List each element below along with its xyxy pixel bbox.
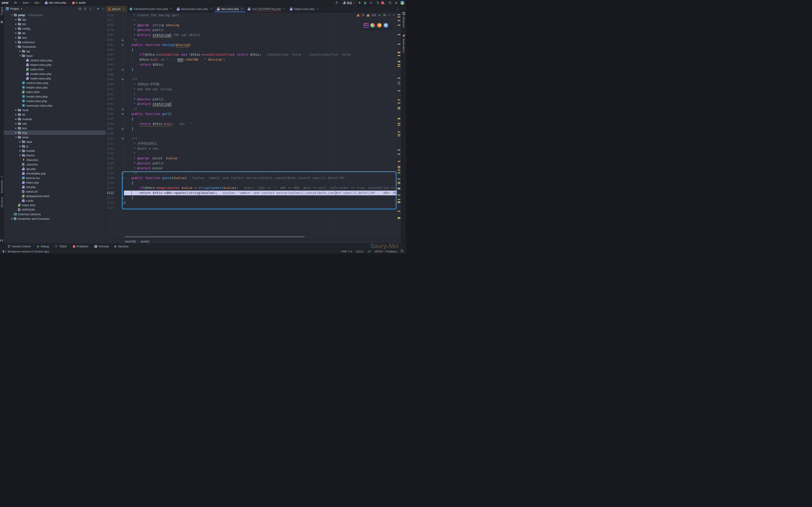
error-stripe-mark[interactable] xyxy=(398,20,400,21)
error-stripe-mark[interactable] xyxy=(398,55,400,56)
tree-item[interactable]: init.php xyxy=(4,185,106,189)
status-message[interactable]: Breakpoint reached (2 minutes ago) xyxy=(8,250,49,253)
code-line[interactable]: /** xyxy=(124,136,397,141)
gutter-line-number[interactable]: 2098 xyxy=(106,121,114,126)
editor-breadcrumb-item[interactable]: quote() xyxy=(141,240,149,243)
error-stripe-mark[interactable] xyxy=(398,170,400,170)
error-stripe-mark[interactable] xyxy=(398,103,400,103)
error-stripe-mark[interactable] xyxy=(398,90,400,91)
tree-item[interactable]: index.html xyxy=(4,90,106,94)
gutter-line-number[interactable]: 2099 xyxy=(106,126,114,131)
error-count[interactable]: 20 xyxy=(362,13,365,17)
prev-problem-chevron-icon[interactable]: ∧ xyxy=(388,14,390,16)
code-line[interactable]: * @param mixed $value xyxy=(124,156,397,161)
gutter-line-number[interactable]: 2104 xyxy=(106,151,114,156)
gutter-line-number[interactable]: 2085 xyxy=(106,57,114,62)
tree-item[interactable]: ▶theme xyxy=(4,153,106,158)
fold-marker-icon[interactable] xyxy=(122,177,124,179)
error-stripe-mark[interactable] xyxy=(398,182,400,183)
code-line[interactable]: { xyxy=(124,48,397,53)
tree-item[interactable]: index.html xyxy=(4,67,106,71)
code-line[interactable]: * @return mixed xyxy=(124,166,397,171)
code-line[interactable]: public function quote($value)$value: "ad… xyxy=(124,176,397,181)
breadcrumb-item[interactable]: dao.class.php xyxy=(45,1,66,4)
user-account-icon[interactable] xyxy=(335,1,339,5)
error-stripe-mark[interactable] xyxy=(398,125,400,126)
code-line[interactable]: public function having($having) xyxy=(124,43,397,48)
fold-marker-icon[interactable] xyxy=(122,44,124,46)
settings-gear-icon[interactable]: ⚙ xyxy=(394,1,398,5)
gutter-line-number[interactable]: 2096 xyxy=(106,112,114,117)
tree-chevron-icon[interactable]: ▶ xyxy=(14,131,18,134)
code-line[interactable]: * Quote a var. xyxy=(124,146,397,151)
tree-item[interactable]: External Libraries xyxy=(4,212,106,216)
gutter-line-number[interactable]: 2101 xyxy=(106,136,114,141)
error-stripe-mark[interactable] xyxy=(398,118,400,119)
error-stripe-mark[interactable] xyxy=(398,195,400,196)
collapse-all-icon[interactable] xyxy=(89,7,92,10)
breadcrumb-item[interactable]: peiqi xyxy=(2,1,8,4)
tree-item[interactable]: Ccontrol.class.php xyxy=(4,80,106,85)
phpstorm-icon[interactable] xyxy=(364,23,368,27)
tree-chevron-icon[interactable]: ▶ xyxy=(18,50,22,52)
tool-stripe-notifications[interactable]: Notifications xyxy=(402,39,405,53)
toolwindow-button-problems[interactable]: !Problems xyxy=(73,245,88,248)
code-line[interactable]: } xyxy=(124,67,397,72)
tree-item[interactable]: ▶db xyxy=(4,31,106,35)
pause-icon[interactable]: ❚❚ xyxy=(0,239,4,241)
ok-count[interactable]: 35 xyxy=(383,13,386,17)
tree-item[interactable]: control.class.php xyxy=(4,58,106,62)
status-caret-position[interactable]: 2112:1 xyxy=(356,250,364,253)
status-encoding[interactable]: UTF-8 xyxy=(375,250,382,253)
avatar[interactable] xyxy=(400,1,404,5)
gutter-line-number[interactable]: 2081 xyxy=(106,38,114,43)
tree-item[interactable]: ▶data xyxy=(4,139,106,144)
error-stripe-mark[interactable] xyxy=(398,131,400,132)
tree-chevron-icon[interactable]: ▶ xyxy=(14,41,18,43)
editor-tab[interactable]: php.ini✕ xyxy=(106,6,127,12)
tree-item[interactable]: ▶mobile xyxy=(4,149,106,153)
gutter-line-number[interactable]: 2112 xyxy=(106,190,114,195)
error-stripe-mark[interactable] xyxy=(398,199,400,200)
error-stripe-mark[interactable] xyxy=(398,188,400,188)
tree-item[interactable]: ▶api xyxy=(4,49,106,53)
project-tool-icon[interactable] xyxy=(1,21,3,23)
tree-item[interactable]: ▼base xyxy=(4,53,106,58)
tree-chevron-icon[interactable]: ▶ xyxy=(18,145,22,147)
code-line[interactable]: * @access public xyxy=(124,27,397,33)
tree-item[interactable]: tip4japanese.html xyxy=(4,194,106,198)
tree-item[interactable]: ▶sdk xyxy=(4,121,106,126)
gutter-line-number[interactable]: 2087 xyxy=(106,67,114,72)
tree-item[interactable]: .ztaccess xyxy=(4,162,106,167)
tree-item[interactable]: ▶extension xyxy=(4,40,106,44)
tree-item[interactable]: helper.class.php xyxy=(4,62,106,67)
bookmark-icon[interactable]: ⚑ xyxy=(1,176,3,178)
error-stripe-mark[interactable] xyxy=(398,25,400,25)
error-stripe-mark[interactable] xyxy=(398,188,400,189)
error-stripe-mark[interactable] xyxy=(398,173,400,174)
tool-stripe-project[interactable]: Project xyxy=(0,7,3,15)
code-line[interactable]: { xyxy=(124,117,397,121)
gutter-line-number[interactable]: 2108 xyxy=(106,171,114,176)
gutter-line-number[interactable]: 2091 xyxy=(106,87,114,92)
tree-item[interactable]: VERSION xyxy=(4,207,106,212)
code-line[interactable]: * 对字段加转义。 xyxy=(124,141,397,146)
gutter-line-number[interactable]: 2077 xyxy=(106,18,114,23)
code-line[interactable]: /** xyxy=(124,77,397,82)
tree-chevron-icon[interactable]: ▶ xyxy=(14,27,18,30)
gutter-line-number[interactable]: 2084 xyxy=(106,52,114,57)
gutter-line-number[interactable]: 2102 xyxy=(106,141,114,146)
gutter-line-number[interactable]: 2114 xyxy=(106,200,114,205)
fold-marker-icon[interactable] xyxy=(122,69,124,71)
breadcrumb-item[interactable]: base xyxy=(23,1,29,4)
gutter-line-number[interactable]: 2107 xyxy=(106,166,114,171)
error-stripe-mark[interactable] xyxy=(398,166,400,167)
error-stripe-mark[interactable] xyxy=(398,134,400,135)
gutter-line-number[interactable]: 2109 xyxy=(106,176,114,181)
gutter-line-number[interactable]: 2103 xyxy=(106,146,114,151)
toolwindow-button-vc[interactable]: Version Control xyxy=(8,245,31,248)
gutter-line-number[interactable]: 2088 xyxy=(106,72,114,77)
tree-item[interactable]: ▶config xyxy=(4,26,106,31)
error-stripe-mark[interactable] xyxy=(398,183,400,184)
error-stripe-mark[interactable] xyxy=(398,202,400,203)
